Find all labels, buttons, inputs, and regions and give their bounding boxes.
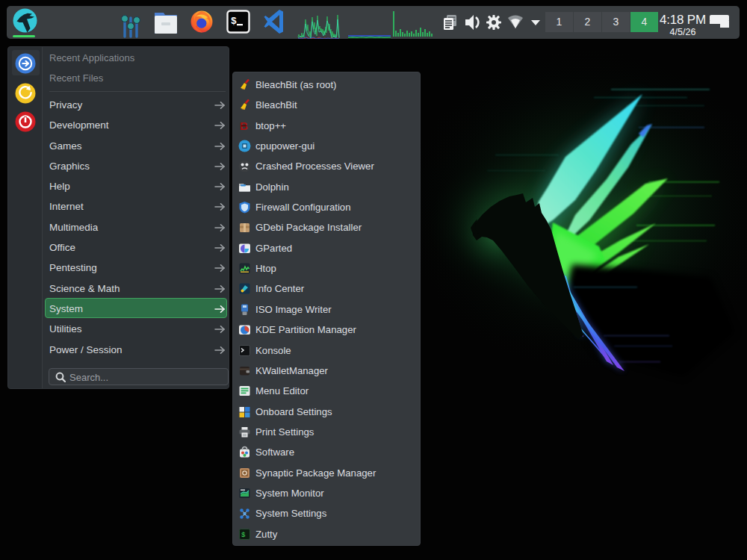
svg-text:$: $ [231,16,237,27]
svg-text:$: $ [241,532,246,539]
